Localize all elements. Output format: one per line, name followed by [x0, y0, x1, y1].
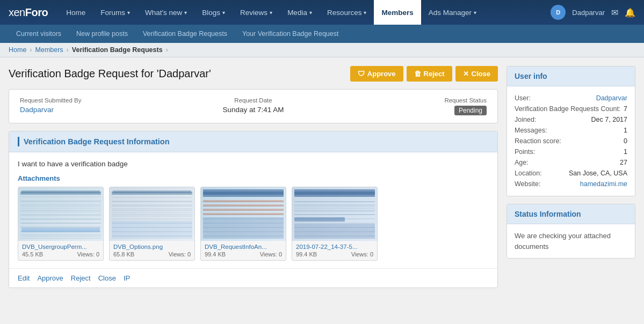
meta-date: Request Date Sunday at 7:41 AM [176, 97, 331, 115]
reject-link[interactable]: Reject [71, 274, 91, 282]
close-link[interactable]: Close [98, 274, 116, 282]
attachment-name[interactable]: DVB_RequestInfoAn... [205, 244, 282, 250]
website-link[interactable]: hamedazimi.me [580, 180, 627, 188]
user-value-website: hamedazimi.me [580, 180, 627, 188]
breadcrumb-home[interactable]: Home [9, 46, 26, 54]
request-info-card: Verification Badge Request Information I… [9, 131, 498, 288]
user-info-header: User info [507, 67, 635, 86]
breadcrumb-current: Verification Badge Requests [72, 46, 163, 54]
user-value-messages: 1 [624, 127, 627, 134]
attachment-info: DVB_UsergroupPerm... 45.5 KB Views: 0 [18, 241, 103, 260]
user-value-points: 1 [624, 148, 627, 156]
page-title-bar: Verification Badge Request for 'Dadparva… [9, 66, 498, 82]
user-label-user: User: [515, 94, 531, 102]
attachment-item: DVB_Options.png 65.8 KB Views: 0 [109, 187, 195, 261]
requester-link[interactable]: Dadparvar [20, 106, 54, 114]
section-body: I want to have a verification badge Atta… [9, 152, 497, 268]
status-info-header: Status Information [507, 204, 635, 224]
meta-status: Request Status Pending [331, 97, 487, 115]
nav-resources[interactable]: Resources ▾ [320, 0, 374, 25]
nav-forums[interactable]: Forums ▾ [93, 0, 138, 25]
user-link[interactable]: Dadparvar [596, 94, 627, 102]
top-navigation: xenForo Home Forums ▾ What's new ▾ Blogs… [0, 0, 644, 25]
section-header: Verification Badge Request Information [9, 131, 497, 152]
close-button[interactable]: ✕ Close [455, 66, 498, 82]
attachment-thumb[interactable] [292, 187, 377, 241]
user-info-row: Verification Badge Requests Count: 7 [515, 104, 627, 114]
main-nav: Home Forums ▾ What's new ▾ Blogs ▾ Revie… [59, 0, 551, 25]
attachment-thumb[interactable] [201, 187, 286, 241]
nav-reviews[interactable]: Reviews ▾ [233, 0, 280, 25]
nav-blogs[interactable]: Blogs ▾ [194, 0, 233, 25]
user-value-joined: Dec 7, 2017 [591, 116, 627, 123]
meta-status-label: Request Status [331, 97, 487, 104]
attachment-views: Views: 0 [260, 251, 282, 257]
user-label-age: Age: [515, 159, 529, 166]
status-info-text: We are checking your attached documents [515, 231, 627, 252]
request-message: I want to have a verification badge [18, 160, 489, 168]
thumb-mockup-4 [292, 187, 377, 241]
attachment-name[interactable]: DVB_UsergroupPerm... [22, 244, 99, 250]
attachment-views: Views: 0 [169, 251, 191, 257]
reject-button[interactable]: 🗑 Reject [407, 66, 452, 82]
attachment-meta: 99.4 KB Views: 0 [205, 251, 282, 257]
user-info-row: Website: hamedazimi.me [515, 179, 627, 189]
sub-nav-new-profile-posts[interactable]: New profile posts [69, 25, 135, 43]
nav-whats-new[interactable]: What's new ▾ [138, 0, 194, 25]
user-label-badge-count: Verification Badge Requests Count: [515, 105, 620, 113]
breadcrumb-sep-3: › [166, 46, 168, 54]
user-label-website: Website: [515, 180, 540, 188]
user-label-messages: Messages: [515, 127, 547, 134]
status-info-card: Status Information We are checking your … [506, 204, 635, 259]
sub-nav-current-visitors[interactable]: Current visitors [9, 25, 69, 43]
user-info-row: Reaction score: 0 [515, 136, 627, 146]
attachments-grid: DVB_UsergroupPerm... 45.5 KB Views: 0 [18, 187, 489, 261]
bell-icon[interactable]: 🔔 [625, 8, 635, 18]
breadcrumb: Home › Members › Verification Badge Requ… [0, 43, 644, 57]
attachment-info: DVB_Options.png 65.8 KB Views: 0 [110, 241, 194, 260]
attachment-meta: 99.4 KB Views: 0 [296, 251, 373, 257]
user-info-row: Points: 1 [515, 146, 627, 157]
attachment-info: 2019-07-22_14-37-5... 99.4 KB Views: 0 [292, 241, 377, 260]
sub-nav-your-verification-badge-request[interactable]: Your Verification Badge Request [235, 25, 346, 43]
nav-ads-manager[interactable]: Ads Manager ▾ [421, 0, 484, 25]
attachments-label: Attachments [18, 174, 489, 182]
nav-username[interactable]: Dadparvar [572, 9, 605, 17]
edit-link[interactable]: Edit [18, 274, 30, 282]
user-info-row: Joined: Dec 7, 2017 [515, 114, 627, 125]
avatar[interactable]: D [551, 5, 566, 20]
ip-link[interactable]: IP [124, 274, 130, 282]
chevron-down-icon: ▾ [364, 10, 366, 16]
sub-nav-verification-badge-requests[interactable]: Verification Badge Requests [135, 25, 235, 43]
bottom-actions: Edit Approve Reject Close IP [9, 268, 497, 288]
action-buttons: 🛡 Approve 🗑 Reject ✕ Close [350, 66, 498, 82]
sub-navigation: Current visitors New profile posts Verif… [0, 25, 644, 43]
logo-text: xenForo [9, 6, 48, 19]
nav-home[interactable]: Home [59, 0, 93, 25]
user-value-location: San Jose, CA, USA [569, 170, 627, 177]
meta-submitted-by: Request Submitted By Dadparvar [20, 97, 176, 115]
attachment-thumb[interactable] [110, 187, 194, 241]
approve-link[interactable]: Approve [37, 274, 63, 282]
mail-icon[interactable]: ✉ [611, 8, 618, 18]
breadcrumb-members[interactable]: Members [35, 46, 63, 54]
logo[interactable]: xenForo [9, 6, 48, 19]
user-info-row: Age: 27 [515, 157, 627, 168]
user-value-age: 27 [620, 159, 627, 166]
status-info-title: Status Information [515, 210, 581, 218]
attachment-item: DVB_RequestInfoAn... 99.4 KB Views: 0 [200, 187, 286, 261]
nav-media[interactable]: Media ▾ [280, 0, 320, 25]
attachment-name[interactable]: 2019-07-22_14-37-5... [296, 244, 373, 250]
nav-right: D Dadparvar ✉ 🔔 [551, 5, 635, 20]
user-label-reaction: Reaction score: [515, 137, 561, 145]
attachment-item: 2019-07-22_14-37-5... 99.4 KB Views: 0 [292, 187, 378, 261]
approve-button[interactable]: 🛡 Approve [350, 66, 403, 82]
thumb-mockup-2 [110, 187, 194, 241]
attachment-thumb[interactable] [18, 187, 103, 241]
user-info-row: User: Dadparvar [515, 93, 627, 104]
attachment-name[interactable]: DVB_Options.png [113, 244, 191, 250]
user-value-badge-count: 7 [624, 105, 627, 113]
nav-members[interactable]: Members [374, 0, 421, 25]
attachment-item: DVB_UsergroupPerm... 45.5 KB Views: 0 [18, 187, 104, 261]
chevron-down-icon: ▾ [309, 10, 312, 16]
